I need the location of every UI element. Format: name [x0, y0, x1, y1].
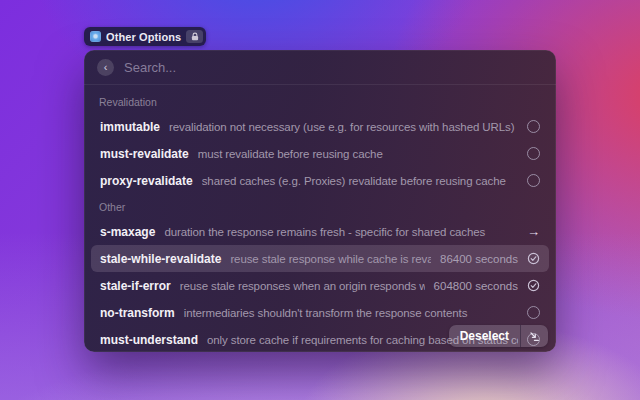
lock-icon [186, 30, 203, 43]
list-item-stale-if-error[interactable]: stale-if-errorreuse stale responses when… [91, 272, 549, 299]
back-button[interactable]: ‹ [97, 59, 114, 76]
item-keyword: stale-if-error [100, 279, 171, 293]
item-keyword: stale-while-revalidate [100, 252, 221, 266]
search-bar: ‹ [84, 50, 556, 85]
item-description: duration the response remains fresh - sp… [164, 226, 518, 238]
item-keyword: must-understand [100, 333, 198, 347]
item-keyword: no-transform [100, 306, 175, 320]
list-item-s-maxage[interactable]: s-maxageduration the response remains fr… [91, 218, 549, 245]
item-keyword: proxy-revalidate [100, 174, 193, 188]
breadcrumb[interactable]: Other Options [84, 27, 206, 46]
unselected-circle-icon [527, 174, 540, 187]
arrow-right-icon: → [527, 225, 540, 238]
item-keyword: must-revalidate [100, 147, 189, 161]
item-description: reuse stale responses when an origin res… [180, 280, 425, 292]
item-description: revalidation not necessary (use e.g. for… [169, 121, 518, 133]
unselected-circle-icon [527, 306, 540, 319]
list-item-must-revalidate[interactable]: must-revalidatemust revalidate before re… [91, 140, 549, 167]
list-item-no-transform[interactable]: no-transformintermediaries shouldn't tra… [91, 299, 549, 326]
item-keyword: s-maxage [100, 225, 155, 239]
item-value: 86400 seconds [440, 253, 518, 265]
enter-key-icon [520, 325, 548, 347]
item-description: must revalidate before reusing cache [198, 148, 518, 160]
check-circle-icon [527, 252, 540, 265]
cache-app-icon [90, 31, 101, 42]
list-item-stale-while-revalidate[interactable]: stale-while-revalidatereuse stale respon… [91, 245, 549, 272]
deselect-button[interactable]: Deselect [449, 325, 548, 347]
list-item-immutable[interactable]: immutablerevalidation not necessary (use… [91, 113, 549, 140]
item-keyword: immutable [100, 120, 160, 134]
search-input[interactable] [124, 60, 543, 75]
unselected-circle-icon [527, 147, 540, 160]
list-item-proxy-revalidate[interactable]: proxy-revalidateshared caches (e.g. Prox… [91, 167, 549, 194]
item-description: shared caches (e.g. Proxies) revalidate … [202, 175, 518, 187]
breadcrumb-label: Other Options [106, 31, 181, 43]
options-list: Revalidationimmutablerevalidation not ne… [84, 85, 556, 352]
deselect-button-label: Deselect [449, 325, 520, 347]
item-value: 604800 seconds [434, 280, 518, 292]
command-palette: ‹ Revalidationimmutablerevalidation not … [84, 50, 556, 352]
section-header: Revalidation [99, 96, 541, 108]
item-description: intermediaries shouldn't transform the r… [184, 307, 518, 319]
section-header: Other [99, 201, 541, 213]
unselected-circle-icon [527, 120, 540, 133]
check-circle-icon [527, 279, 540, 292]
item-description: reuse stale response while cache is reva… [230, 253, 431, 265]
